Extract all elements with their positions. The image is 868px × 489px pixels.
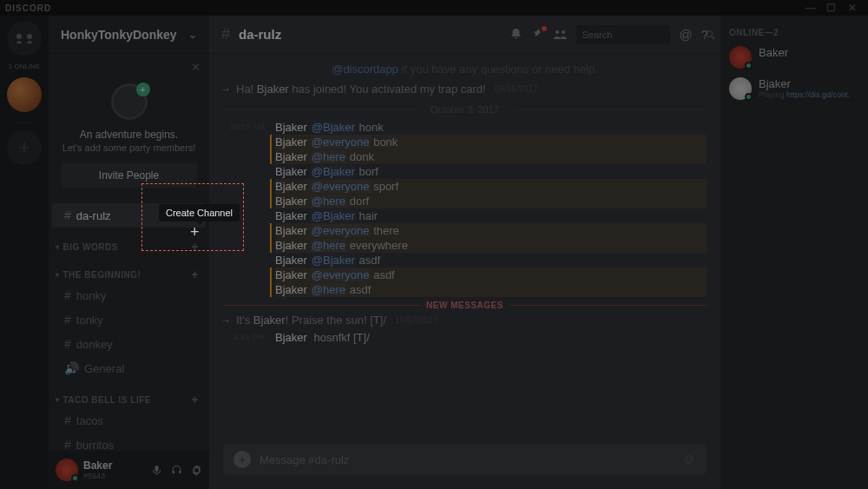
date-divider: October 3, 2017: [223, 104, 707, 115]
message-author[interactable]: Bjaker: [275, 331, 307, 344]
member-item[interactable]: Baker: [729, 46, 859, 69]
message-author[interactable]: Bjaker: [275, 209, 307, 222]
message-author[interactable]: Bjaker: [275, 239, 307, 252]
message-line: Bjaker@everyone sporf: [275, 179, 707, 194]
window-minimize[interactable]: —: [800, 2, 821, 14]
user-settings-icon[interactable]: [191, 465, 202, 476]
mention[interactable]: @everyone: [311, 224, 371, 237]
close-icon[interactable]: ✕: [191, 61, 201, 74]
voice-channel-general[interactable]: 🔊 General: [52, 356, 206, 380]
pinned-icon[interactable]: [531, 28, 544, 41]
new-messages-divider: NEW MESSAGES: [223, 301, 707, 310]
member-list-icon[interactable]: [553, 29, 568, 41]
member-item[interactable]: Bjaker Playing https://dis.gd/cont.: [729, 77, 859, 100]
category-taco-bell[interactable]: ▾ TACO BELL IS LIFE +: [49, 380, 209, 408]
channel-tacos[interactable]: # tacos: [52, 408, 206, 433]
message-author[interactable]: Bjaker: [275, 180, 307, 193]
username-mention[interactable]: Bjaker: [257, 83, 289, 96]
message-text: everywhere: [346, 239, 408, 252]
notifications-icon[interactable]: [510, 28, 523, 41]
add-server-button[interactable]: +: [7, 130, 42, 165]
message-author[interactable]: Bjaker: [275, 283, 307, 296]
discordapp-link[interactable]: @discordapp: [332, 63, 398, 76]
message-text: borf: [356, 165, 378, 178]
window-maximize[interactable]: ☐: [821, 2, 842, 14]
hash-icon: #: [64, 208, 71, 222]
channel-honky[interactable]: # honky: [52, 283, 206, 307]
mention[interactable]: @here: [311, 283, 346, 296]
mention[interactable]: @everyone: [311, 180, 371, 193]
invite-people-button[interactable]: Invite People: [61, 163, 197, 188]
message-group: 10:17 AM Bjaker@Bjaker honkBjaker@everyo…: [223, 120, 707, 297]
message-author[interactable]: Bjaker: [275, 150, 307, 163]
arrow-right-icon: →: [220, 314, 231, 327]
search-box[interactable]: [576, 25, 670, 44]
mention[interactable]: @Bjaker: [311, 209, 356, 222]
activity-link[interactable]: https://dis.gd/cont.: [786, 90, 850, 99]
mention[interactable]: @everyone: [311, 268, 371, 281]
window-close[interactable]: ✕: [842, 2, 863, 14]
member-name: Baker: [759, 46, 788, 59]
online-count-label: 1 ONLINE: [9, 63, 40, 70]
message-author[interactable]: Bjaker: [275, 224, 307, 237]
timestamp: 09/16/2017: [495, 84, 538, 94]
channel-tonky[interactable]: # tonky: [52, 307, 206, 332]
self-user-block[interactable]: Baker #5943: [83, 459, 112, 480]
channel-label: honky: [76, 289, 107, 302]
chevron-down-icon: ⌄: [188, 29, 197, 41]
category-label: BIG WORDS: [63, 242, 118, 252]
category-big-words[interactable]: ▾ BIG WORDS +: [49, 228, 209, 255]
category-label: TACO BELL IS LIFE: [63, 395, 151, 405]
message-author[interactable]: Bjaker: [275, 268, 307, 281]
help-icon[interactable]: ?: [701, 27, 708, 42]
message-author[interactable]: Bjaker: [275, 254, 307, 267]
mention[interactable]: @here: [311, 239, 346, 252]
attach-icon[interactable]: +: [233, 451, 251, 468]
channel-donkey[interactable]: # donkey: [52, 332, 206, 356]
self-username: Baker: [83, 459, 112, 472]
message-text: asdf: [356, 254, 380, 267]
message-input[interactable]: [260, 453, 674, 466]
timestamp: 10/07/2017: [395, 315, 438, 325]
create-channel-button[interactable]: +: [190, 223, 200, 241]
emoji-picker-icon[interactable]: ☺: [682, 452, 696, 467]
deafen-icon[interactable]: [171, 465, 182, 476]
username-mention[interactable]: Bjaker: [253, 314, 286, 327]
create-channel-icon[interactable]: +: [191, 268, 199, 281]
message-scroll[interactable]: @discordapp if you have any questions or…: [209, 54, 720, 444]
message-author[interactable]: Bjaker: [275, 135, 307, 149]
mention[interactable]: @Bjaker: [311, 254, 356, 267]
message-text: asdf: [346, 283, 371, 296]
svg-line-1: [712, 36, 714, 39]
server-icon-honkytonkydonkey[interactable]: [7, 77, 42, 112]
message-line: Bjaker@Bjaker asdf: [275, 253, 707, 268]
message-author[interactable]: Bjaker: [275, 121, 307, 134]
message-author[interactable]: Bjaker: [275, 165, 307, 178]
mention[interactable]: @Bjaker: [311, 121, 356, 134]
mention[interactable]: @here: [311, 195, 346, 208]
message-line: Bjaker@here everywhere: [275, 238, 707, 253]
timestamp: 2:41 PM: [223, 330, 265, 345]
mentions-icon[interactable]: @: [679, 27, 692, 42]
chevron-down-icon: ▾: [56, 396, 60, 404]
message-line: Bjaker@everyone bonk: [275, 135, 707, 149]
mention[interactable]: @here: [311, 150, 346, 163]
window-titlebar: DISCORD — ☐ ✕: [0, 0, 868, 16]
server-menu-button[interactable]: HonkyTonkyDonkey ⌄: [49, 16, 209, 54]
mute-mic-icon[interactable]: [151, 465, 162, 476]
self-avatar[interactable]: [56, 459, 78, 481]
message-author[interactable]: Bjaker: [275, 195, 307, 208]
mention[interactable]: @everyone: [311, 135, 371, 149]
home-button[interactable]: [7, 21, 42, 56]
channel-label: tonky: [76, 314, 103, 327]
message-line: Bjaker@Bjaker borf: [275, 164, 707, 179]
message-composer[interactable]: + ☺: [223, 444, 707, 475]
channel-burritos[interactable]: # burritos: [52, 433, 206, 451]
message-text: dorf: [346, 195, 369, 208]
category-the-beginning[interactable]: ▾ THE BEGINNING! +: [49, 255, 209, 283]
chat-header: # da-rulz @ ?: [209, 16, 720, 54]
channel-label: tacos: [76, 414, 103, 427]
mention[interactable]: @Bjaker: [311, 165, 356, 178]
message-text: bonk: [371, 135, 398, 149]
create-channel-icon[interactable]: +: [191, 393, 199, 406]
